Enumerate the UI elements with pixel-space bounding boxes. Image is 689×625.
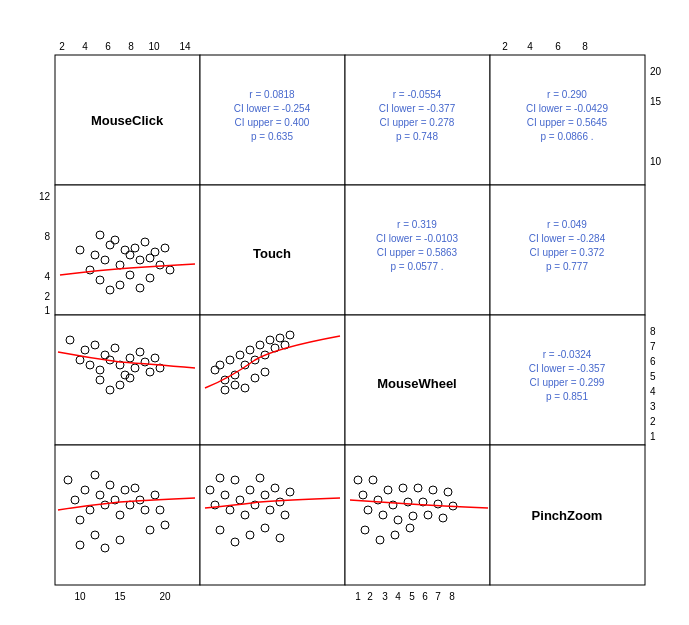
label-pinchzoom: PinchZoom: [532, 508, 603, 523]
corr-t-pz-upper: CI upper = 0.372: [530, 247, 605, 258]
bottom-axis-3-7: 7: [435, 591, 441, 602]
cell-r3c1: [55, 315, 200, 445]
corr-mc-mw-p: p = 0.748: [396, 131, 438, 142]
corr-mc-pz-upper: CI upper = 0.5645: [527, 117, 608, 128]
bottom-axis-1-3: 20: [159, 591, 171, 602]
label-touch: Touch: [253, 246, 291, 261]
corr-mw-pz-p: p = 0.851: [546, 391, 588, 402]
label-mousewheel: MouseWheel: [377, 376, 456, 391]
cell-r4c1: [55, 445, 200, 585]
top-axis-r4-2: 4: [527, 41, 533, 52]
left-axis-2-5: 1: [44, 305, 50, 316]
corr-t-pz-lower: CI lower = -0.284: [529, 233, 606, 244]
corr-mc-mw-lower: CI lower = -0.377: [379, 103, 456, 114]
right-axis-1-1: 20: [650, 66, 662, 77]
right-axis-3-5: 4: [650, 386, 656, 397]
top-axis-r1-5: 10: [148, 41, 160, 52]
corr-mw-pz-upper: CI upper = 0.299: [530, 377, 605, 388]
bottom-axis-3-2: 2: [367, 591, 373, 602]
left-axis-2-1: 12: [39, 191, 51, 202]
corr-mc-t-r: r = 0.0818: [249, 89, 295, 100]
corr-t-mw-upper: CI upper = 0.5863: [377, 247, 458, 258]
corr-mc-t-p: p = 0.635: [251, 131, 293, 142]
corr-mc-mw-upper: CI upper = 0.278: [380, 117, 455, 128]
right-axis-3-8: 1: [650, 431, 656, 442]
bottom-axis-3-6: 6: [422, 591, 428, 602]
left-axis-2-4: 2: [44, 291, 50, 302]
bottom-axis-1-2: 15: [114, 591, 126, 602]
right-axis-3-4: 5: [650, 371, 656, 382]
corr-mc-pz-r: r = 0.290: [547, 89, 587, 100]
top-axis-r1-2: 4: [82, 41, 88, 52]
corr-mc-t-upper: CI upper = 0.400: [235, 117, 310, 128]
corr-t-pz-r: r = 0.049: [547, 219, 587, 230]
right-axis-3-2: 7: [650, 341, 656, 352]
top-axis-r1-6: 14: [179, 41, 191, 52]
corr-t-mw-p: p = 0.0577 .: [390, 261, 443, 272]
right-axis-1-2: 15: [650, 96, 662, 107]
corr-mc-pz-lower: CI lower = -0.0429: [526, 103, 608, 114]
corr-t-pz-p: p = 0.777: [546, 261, 588, 272]
cell-r2c1: [55, 185, 200, 315]
corr-mw-pz-lower: CI lower = -0.357: [529, 363, 606, 374]
cell-r4c2: [200, 445, 345, 585]
top-axis-r4-3: 6: [555, 41, 561, 52]
right-axis-3-1: 8: [650, 326, 656, 337]
right-axis-3-3: 6: [650, 356, 656, 367]
corr-t-mw-r: r = 0.319: [397, 219, 437, 230]
bottom-axis-3-5: 5: [409, 591, 415, 602]
left-axis-2-3: 4: [44, 271, 50, 282]
bottom-axis-3-8: 8: [449, 591, 455, 602]
left-axis-2-2: 8: [44, 231, 50, 242]
right-axis-1-3: 10: [650, 156, 662, 167]
top-axis-r4-4: 8: [582, 41, 588, 52]
top-axis-r1-4: 8: [128, 41, 134, 52]
right-axis-3-6: 3: [650, 401, 656, 412]
bottom-axis-3-1: 1: [355, 591, 361, 602]
corr-mw-pz-r: r = -0.0324: [543, 349, 592, 360]
bottom-axis-1-1: 10: [74, 591, 86, 602]
top-axis-r4-1: 2: [502, 41, 508, 52]
right-axis-3-7: 2: [650, 416, 656, 427]
cell-r4c3: [345, 445, 490, 585]
chart-container: MouseClick Touch MouseWheel PinchZoom r …: [0, 0, 689, 625]
top-axis-r1-1: 2: [59, 41, 65, 52]
corr-t-mw-lower: CI lower = -0.0103: [376, 233, 458, 244]
bottom-axis-3-4: 4: [395, 591, 401, 602]
corr-mc-mw-r: r = -0.0554: [393, 89, 442, 100]
top-axis-r1-3: 6: [105, 41, 111, 52]
corr-mc-pz-p: p = 0.0866 .: [540, 131, 593, 142]
bottom-axis-3-3: 3: [382, 591, 388, 602]
label-mouseclick: MouseClick: [91, 113, 164, 128]
corr-mc-t-lower: CI lower = -0.254: [234, 103, 311, 114]
